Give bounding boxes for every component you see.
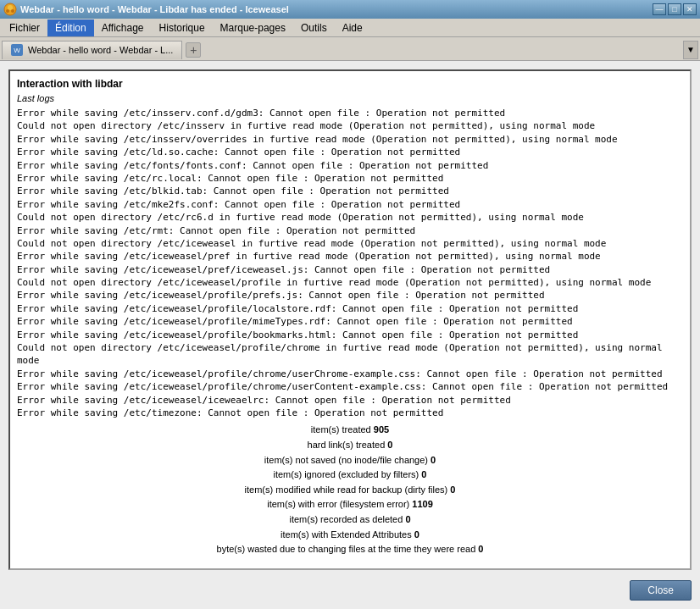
subsection-title: Last logs bbox=[17, 93, 683, 103]
log-line: Error while saving /etc/iceweasel/pref i… bbox=[17, 250, 683, 263]
tab-bar: W Webdar - hello word - Webdar - L... + … bbox=[0, 37, 700, 61]
tab-dropdown-button[interactable]: ▼ bbox=[683, 41, 698, 59]
stat-not-saved: item(s) not saved (no inode/file change)… bbox=[17, 453, 683, 468]
new-tab-button[interactable]: + bbox=[186, 42, 201, 58]
log-lines: Error while saving /etc/insserv.conf.d/g… bbox=[17, 107, 683, 419]
log-line: Error while saving /etc/blkid.tab: Canno… bbox=[17, 185, 683, 197]
menu-edition[interactable]: Édition bbox=[47, 19, 94, 36]
browser-tab[interactable]: W Webdar - hello word - Webdar - L... bbox=[2, 41, 182, 59]
menu-affichage[interactable]: Affichage bbox=[94, 19, 152, 36]
log-line: Error while saving /etc/insserv.conf.d/g… bbox=[17, 107, 683, 119]
minimize-button[interactable]: — bbox=[653, 3, 666, 15]
log-line: Error while saving /etc/iceweasel/profil… bbox=[17, 368, 683, 380]
bottom-bar: Close bbox=[8, 577, 692, 601]
log-line: Error while saving /etc/ld.so.cache: Can… bbox=[17, 146, 683, 158]
menu-marque-pages[interactable]: Marque-pages bbox=[213, 19, 293, 36]
stat-deleted: item(s) recorded as deleted 0 bbox=[17, 512, 683, 528]
log-line: Error while saving /etc/mke2fs.conf: Can… bbox=[17, 198, 683, 211]
log-line: Error while saving /etc/insserv/override… bbox=[17, 133, 683, 146]
tab-label: Webdar - hello word - Webdar - L... bbox=[28, 45, 173, 55]
log-line: Could not open directory /etc/rc6.d in f… bbox=[17, 211, 683, 224]
log-line: Error while saving /etc/iceweasel/profil… bbox=[17, 315, 683, 328]
window-title: Webdar - hello word - Webdar - Libdar ha… bbox=[20, 4, 289, 14]
tab-favicon: W bbox=[11, 44, 23, 56]
log-line: Could not open directory /etc/iceweasel/… bbox=[17, 341, 683, 368]
log-line: Error while saving /etc/iceweasel/profil… bbox=[17, 302, 683, 315]
stat-modified: item(s) modified while read for backup (… bbox=[17, 483, 683, 498]
svg-point-1 bbox=[8, 5, 13, 10]
log-line: Could not open directory /etc/iceweasel/… bbox=[17, 276, 683, 289]
log-line: Error while saving /etc/iceweasel/profil… bbox=[17, 289, 683, 302]
log-line: Error while saving /etc/fonts/fonts.conf… bbox=[17, 159, 683, 172]
log-box[interactable]: Interaction with libdar Last logs Error … bbox=[8, 69, 692, 570]
stat-extended: item(s) with Extended Attributes 0 bbox=[17, 528, 683, 543]
log-line: Error while saving /etc/rc.local: Cannot… bbox=[17, 172, 683, 185]
stat-error: item(s) with error (filesystem error) 11… bbox=[17, 497, 683, 512]
menu-fichier[interactable]: Fichier bbox=[2, 19, 47, 36]
svg-point-2 bbox=[6, 9, 9, 13]
log-line: Error while saving /etc/iceweasel/pref/i… bbox=[17, 263, 683, 276]
close-window-button[interactable]: ✕ bbox=[683, 3, 697, 15]
svg-point-3 bbox=[11, 9, 14, 13]
close-button[interactable]: Close bbox=[630, 580, 692, 601]
window-controls: — □ ✕ bbox=[653, 3, 697, 15]
section-title: Interaction with libdar bbox=[17, 78, 683, 90]
log-line: Could not open directory /etc/insserv in… bbox=[17, 119, 683, 132]
log-line: Error while saving /etc/iceweasel/profil… bbox=[17, 380, 683, 393]
menu-historique[interactable]: Historique bbox=[152, 19, 213, 36]
log-line: Could not open directory /etc/iceweasel … bbox=[17, 237, 683, 250]
menu-aide[interactable]: Aide bbox=[335, 19, 370, 36]
log-line: Error while saving /etc/iceweasel/icewea… bbox=[17, 394, 683, 407]
title-bar: Webdar - hello word - Webdar - Libdar ha… bbox=[0, 0, 700, 19]
log-line: Error while saving /etc/rmt: Cannot open… bbox=[17, 224, 683, 237]
log-line: Error while saving /etc/timezone: Cannot… bbox=[17, 407, 683, 419]
main-area: Interaction with libdar Last logs Error … bbox=[0, 61, 700, 609]
app-icon bbox=[3, 3, 17, 16]
stat-ignored: item(s) ignored (excluded by filters) 0 bbox=[17, 468, 683, 483]
stat-hard-links: hard link(s) treated 0 bbox=[17, 438, 683, 453]
menu-bar: Fichier Édition Affichage Historique Mar… bbox=[0, 19, 700, 37]
maximize-button[interactable]: □ bbox=[668, 3, 681, 15]
stat-items-treated: item(s) treated 905 bbox=[17, 423, 683, 438]
stat-bytes: byte(s) wasted due to changing files at … bbox=[17, 542, 683, 557]
log-line: Error while saving /etc/iceweasel/profil… bbox=[17, 329, 683, 341]
stats-area: item(s) treated 905 hard link(s) treated… bbox=[17, 419, 683, 560]
menu-outils[interactable]: Outils bbox=[293, 19, 335, 36]
